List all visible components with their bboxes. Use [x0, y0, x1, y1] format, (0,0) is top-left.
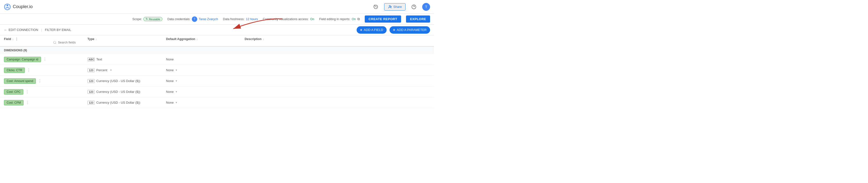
type-label: Currency (USD - US Dollar ($)) — [96, 79, 140, 83]
help-button[interactable] — [409, 2, 418, 11]
col-field-header: Field ↓ — [4, 37, 87, 41]
agg-dropdown-icon[interactable]: ▼ — [175, 101, 178, 104]
scope-badge: ↻ Reusable — [144, 17, 162, 21]
type-cell: 123 Currency (USD - US Dollar ($)) — [87, 79, 166, 83]
share-button[interactable]: Share — [384, 3, 405, 10]
table-row: Cost: Amount spend ⋮ 123 Currency (USD -… — [0, 75, 434, 87]
agg-value: None — [166, 58, 174, 61]
svg-point-3 — [389, 5, 391, 7]
rows-container: Campaign: Campaign id ⋮ ABC Text None Cl… — [0, 54, 434, 108]
help-icon — [411, 4, 416, 9]
filter-by-email-link[interactable]: FILTER BY EMAIL — [45, 28, 71, 32]
field-cell: Clicks: CTR ⋮ — [4, 67, 87, 73]
share-label: Share — [393, 5, 402, 9]
type-icon: ABC — [87, 58, 95, 61]
col-field-label: Field — [4, 37, 11, 41]
scope-value: Reusable — [149, 18, 160, 21]
editing-item: Field editing in reports: On ⧉ — [319, 17, 360, 21]
field-badge: Cost: CPC — [4, 89, 23, 95]
col-field-resize[interactable] — [16, 37, 17, 41]
add-param-label: ADD A PARAMETER — [397, 28, 427, 32]
agg-dropdown-icon[interactable]: ▼ — [175, 80, 178, 82]
agg-value: None — [166, 101, 174, 104]
field-badge: Cost: CPM — [4, 100, 24, 105]
freshness-value: 12 hours — [246, 18, 258, 21]
plus-icon-field: + — [360, 28, 362, 32]
add-field-label: ADD A FIELD — [364, 28, 383, 32]
field-badge: Clicks: CTR — [4, 67, 25, 73]
search-col — [4, 41, 87, 44]
col-aggregation-header: Default Aggregation ↓ — [166, 37, 245, 41]
user-avatar-small: T — [192, 17, 197, 22]
history-icon — [373, 4, 378, 9]
field-menu-icon[interactable]: ⋮ — [27, 68, 31, 72]
type-label: Percent — [96, 68, 107, 72]
history-button[interactable] — [371, 2, 380, 11]
info-bar: Scope: ↻ Reusable Data credentials: T Ta… — [0, 14, 434, 25]
agg-value: None — [166, 79, 174, 83]
agg-cell: None ▼ — [166, 90, 245, 94]
user-avatar[interactable]: T — [422, 3, 430, 11]
type-icon: 123 — [87, 68, 95, 72]
col-description-header: Description ↓ — [245, 37, 430, 41]
field-menu-icon[interactable]: ⋮ — [38, 79, 42, 83]
svg-point-7 — [54, 41, 56, 43]
breadcrumb-right: + ADD A FIELD + ADD A PARAMETER — [354, 26, 430, 34]
type-cell: 123 Percent ▼ — [87, 68, 166, 72]
top-nav: Coupler.io Share T — [0, 0, 434, 14]
sort-type-icon[interactable]: ↓ — [95, 37, 97, 41]
scope-item: Scope: ↻ Reusable — [132, 17, 162, 21]
field-cell: Cost: CPM ⋮ — [4, 100, 87, 105]
logo-icon — [4, 3, 11, 10]
add-parameter-button[interactable]: + ADD A PARAMETER — [390, 26, 430, 34]
field-menu-icon[interactable]: ⋮ — [26, 100, 29, 105]
table-row: Campaign: Campaign id ⋮ ABC Text None — [0, 54, 434, 65]
col-type-header: Type ↓ — [87, 37, 166, 41]
type-icon: 123 — [87, 90, 95, 94]
editing-label: Field editing in reports: — [319, 18, 350, 21]
type-label: Currency (USD - US Dollar ($)) — [96, 90, 140, 94]
type-cell: ABC Text — [87, 58, 166, 61]
agg-value: None — [166, 90, 174, 94]
community-label: Community visualizations access: — [263, 18, 309, 21]
field-badge: Cost: Amount spend — [4, 79, 36, 84]
share-icon — [388, 5, 392, 9]
back-arrow-icon: ← — [4, 28, 7, 32]
sort-field-icon[interactable]: ↓ — [12, 37, 13, 41]
agg-dropdown-icon[interactable]: ▼ — [175, 69, 178, 71]
editing-value: On — [352, 18, 356, 21]
logo-area: Coupler.io — [4, 3, 33, 10]
type-icon: 123 — [87, 79, 95, 83]
sort-agg-icon[interactable]: ↓ — [196, 37, 198, 41]
copy-icon[interactable]: ⧉ — [358, 17, 360, 21]
table-row: Cost: CPC ⋮ 123 Currency (USD - US Dolla… — [0, 87, 434, 97]
type-cell: 123 Currency (USD - US Dollar ($)) — [87, 90, 166, 94]
agg-cell: None ▼ — [166, 68, 245, 72]
field-cell: Cost: Amount spend ⋮ — [4, 79, 87, 84]
table-row: Cost: CPM ⋮ 123 Currency (USD - US Dolla… — [0, 97, 434, 108]
back-button[interactable]: ← EDIT CONNECTION — [4, 28, 38, 32]
field-menu-icon[interactable]: ⋮ — [43, 57, 47, 62]
credentials-label: Data credentials: — [167, 18, 190, 21]
type-cell: 123 Currency (USD - US Dollar ($)) — [87, 101, 166, 104]
reusable-icon: ↻ — [146, 18, 148, 21]
agg-cell: None ▼ — [166, 101, 245, 104]
explore-button[interactable]: EXPLORE — [406, 16, 430, 23]
agg-cell: None — [166, 58, 245, 61]
type-label: Currency (USD - US Dollar ($)) — [96, 101, 140, 104]
breadcrumb-left: ← EDIT CONNECTION | FILTER BY EMAIL — [4, 28, 71, 32]
search-input[interactable] — [58, 41, 87, 44]
edit-connection-label: EDIT CONNECTION — [9, 28, 38, 32]
freshness-label: Data freshness: — [223, 18, 245, 21]
field-cell: Cost: CPC ⋮ — [4, 89, 87, 95]
field-menu-icon[interactable]: ⋮ — [25, 89, 29, 94]
add-field-button[interactable]: + ADD A FIELD — [356, 26, 386, 34]
type-dropdown-icon[interactable]: ▼ — [110, 69, 112, 71]
create-report-button[interactable]: CREATE REPORT — [365, 16, 401, 23]
sort-desc-icon[interactable]: ↓ — [262, 37, 264, 41]
field-cell: Campaign: Campaign id ⋮ — [4, 57, 87, 62]
credentials-user: Taras Zvarych — [199, 18, 218, 21]
community-value: On — [310, 18, 314, 21]
plus-icon-param: + — [393, 28, 395, 32]
agg-dropdown-icon[interactable]: ▼ — [175, 90, 178, 93]
